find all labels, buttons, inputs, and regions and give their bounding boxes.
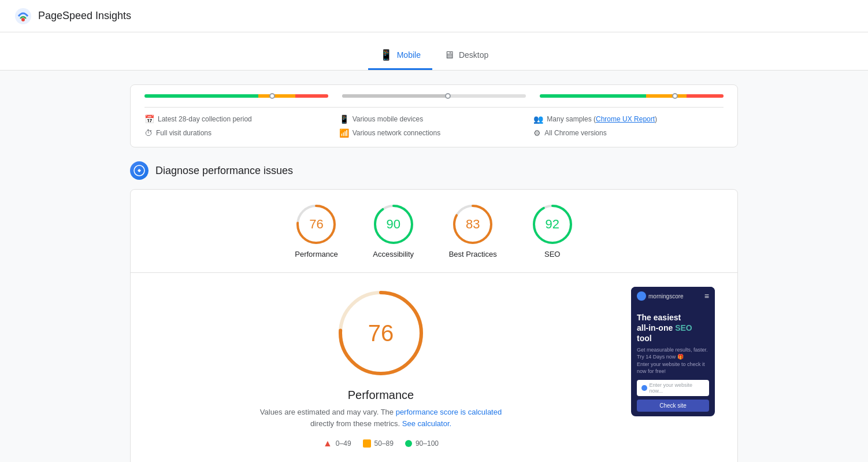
mobile-tab-label: Mobile: [397, 50, 421, 60]
see-calculator-link[interactable]: See calculator.: [402, 419, 451, 428]
ad-seo-text: SEO: [675, 323, 692, 332]
legend-orange-range: 50–89: [374, 439, 394, 448]
timer-icon: ⏱: [144, 128, 153, 138]
legend-red: ▲ 0–49: [323, 438, 351, 449]
info-text-2: Various mobile devices: [353, 115, 424, 123]
main-content: 📅 Latest 28-day collection period 📱 Vari…: [116, 71, 752, 462]
performance-content: 76 Performance Values are estimated and …: [144, 287, 617, 449]
info-item-6: ⚙ All Chrome versions: [533, 128, 724, 138]
track-3: [540, 94, 724, 98]
pagespeed-logo-icon: [14, 7, 32, 25]
mobile-tab[interactable]: 📱 Mobile: [368, 42, 432, 70]
gray-fill-2: [342, 94, 448, 98]
ad-input-icon: [641, 385, 647, 391]
ad-panel: morningscore ≡ The easiestall-in-one SEO…: [631, 287, 724, 449]
desktop-icon: 🖥: [444, 49, 454, 61]
ad-logo-text: morningscore: [648, 293, 684, 300]
big-performance-score: 76: [368, 320, 394, 346]
network-icon: 📶: [339, 128, 349, 138]
ad-header-inner: morningscore ≡: [637, 291, 709, 301]
info-item-3: 👥 Many samples (Chrome UX Report): [533, 114, 724, 124]
performance-score-value: 76: [309, 217, 323, 232]
logo: PageSpeed Insights: [14, 7, 131, 25]
diagnose-header: Diagnose performance issues: [130, 161, 738, 180]
ad-input-placeholder: Enter your website now...: [650, 382, 705, 394]
mobile-device-icon: 📱: [339, 114, 349, 124]
fill-2: [342, 94, 526, 98]
performance-desc: Values are estimated and may vary. The p…: [259, 406, 502, 429]
info-text-3: Many samples (Chrome UX Report): [547, 115, 657, 123]
info-item-5: 📶 Various network connections: [339, 128, 529, 138]
green-fill-1: [144, 94, 258, 98]
info-text-6: All Chrome versions: [544, 129, 606, 137]
best-practices-label: Best Practices: [449, 250, 497, 258]
perf-score-link[interactable]: performance score is calculated: [396, 408, 502, 416]
seo-circle: 92: [532, 204, 573, 245]
track-1: [144, 94, 328, 98]
info-item-4: ⏱ Full visit durations: [144, 128, 335, 138]
calendar-icon: 📅: [144, 114, 154, 124]
device-tabs: 📱 Mobile 🖥 Desktop: [0, 32, 868, 71]
score-performance[interactable]: 76 Performance: [295, 204, 337, 258]
score-accessibility[interactable]: 90 Accessibility: [373, 204, 414, 258]
app-title: PageSpeed Insights: [38, 10, 131, 22]
header: PageSpeed Insights: [0, 0, 868, 32]
score-seo[interactable]: 92 SEO: [532, 204, 573, 258]
ad-headline: The easiestall-in-one SEOtool: [637, 312, 709, 344]
legend-row: ▲ 0–49 50–89 90–100: [323, 438, 439, 449]
legend-green-range: 90–100: [416, 439, 439, 448]
score-best-practices[interactable]: 83 Best Practices: [449, 204, 497, 258]
ad-header: morningscore ≡: [631, 287, 715, 305]
ad-menu-icon: ≡: [704, 291, 709, 301]
dot-3: [672, 93, 678, 99]
best-practices-score-value: 83: [466, 217, 480, 232]
desktop-tab-label: Desktop: [459, 50, 488, 60]
chrome-icon: ⚙: [533, 128, 541, 138]
big-performance-circle: 76: [335, 287, 427, 379]
ad-card[interactable]: morningscore ≡ The easiestall-in-one SEO…: [631, 287, 715, 416]
seo-score-value: 92: [546, 217, 559, 232]
track-2: [342, 94, 526, 98]
progress-section: 📅 Latest 28-day collection period 📱 Vari…: [130, 84, 738, 147]
fill-3: [540, 94, 724, 98]
red-triangle-icon: ▲: [323, 438, 332, 449]
accessibility-score-value: 90: [386, 217, 400, 232]
green-fill-3: [540, 94, 646, 98]
diagnose-icon: [130, 161, 149, 180]
ad-sub: Get measurable results, faster. Try 14 D…: [637, 346, 709, 375]
info-item-1: 📅 Latest 28-day collection period: [144, 114, 335, 124]
users-icon: 👥: [533, 114, 543, 124]
dot-2: [445, 93, 451, 99]
progress-bar-1: [144, 94, 328, 98]
legend-green: 90–100: [405, 439, 439, 448]
info-item-2: 📱 Various mobile devices: [339, 114, 529, 124]
ad-check-button[interactable]: Check site: [637, 400, 709, 412]
svg-point-1: [21, 18, 25, 21]
ad-input-row: Enter your website now...: [637, 380, 709, 396]
chrome-ux-link[interactable]: Chrome UX Report: [596, 115, 655, 123]
best-practices-circle: 83: [452, 204, 494, 245]
progress-bar-3: [540, 94, 724, 98]
desc-after: directly from these metrics.: [310, 419, 400, 428]
info-text-1: Latest 28-day collection period: [158, 115, 252, 123]
scores-row: 76 Performance 90 Accessibility: [131, 190, 737, 273]
performance-section-title: Performance: [348, 389, 414, 402]
ad-body: The easiestall-in-one SEOtool Get measur…: [631, 305, 715, 416]
desc-before: Values are estimated and may vary. The: [260, 408, 396, 416]
performance-circle: 76: [295, 204, 337, 245]
yellow-fill-1: [258, 94, 295, 98]
desktop-tab[interactable]: 🖥 Desktop: [432, 42, 500, 70]
performance-label: Performance: [295, 250, 337, 258]
yellow-fill-3: [646, 94, 687, 98]
red-fill-1: [295, 94, 328, 98]
info-text-5: Various network connections: [353, 129, 441, 137]
performance-main: 76 Performance Values are estimated and …: [131, 273, 737, 462]
dot-1: [269, 93, 275, 99]
diagnose-title: Diagnose performance issues: [155, 165, 293, 177]
legend-red-range: 0–49: [336, 439, 351, 448]
progress-bars: [144, 94, 724, 98]
red-fill-3: [687, 94, 724, 98]
diagnose-svg: [133, 165, 145, 176]
ad-logo-row: morningscore: [637, 291, 684, 301]
ad-logo-icon: [637, 291, 646, 301]
